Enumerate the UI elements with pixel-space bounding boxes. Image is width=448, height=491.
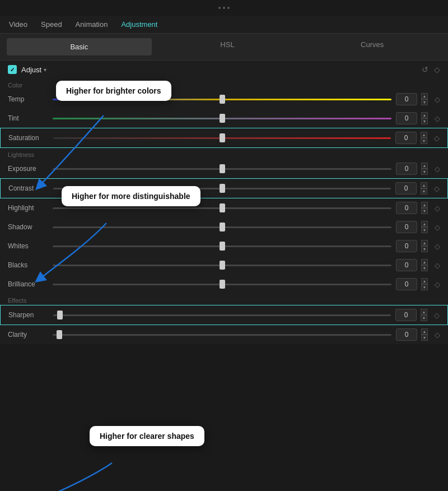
number-clarity[interactable]: 0 — [396, 328, 417, 341]
stepper-down-blacks[interactable]: ▼ — [421, 265, 428, 271]
stepper-down-shadow[interactable]: ▼ — [421, 227, 428, 233]
number-whites[interactable]: 0 — [396, 240, 417, 252]
slider-track-tint[interactable] — [53, 113, 391, 124]
stepper-brilliance[interactable]: ▲ ▼ — [421, 278, 428, 290]
slider-thumb-shadow[interactable] — [220, 223, 225, 231]
tab-adjustment[interactable]: Adjustment — [121, 19, 157, 30]
slider-track-clarity[interactable] — [53, 329, 391, 340]
diamond-header-icon[interactable]: ◇ — [434, 65, 440, 74]
slider-thumb-clarity[interactable] — [57, 330, 62, 339]
stepper-up-temp[interactable]: ▲ — [421, 93, 428, 99]
slider-thumb-highlight[interactable] — [220, 203, 225, 212]
slider-track-saturation[interactable] — [53, 132, 391, 143]
slider-thumb-contrast[interactable] — [220, 184, 225, 193]
stepper-up-highlight[interactable]: ▲ — [421, 202, 428, 208]
stepper-down-exposure[interactable]: ▼ — [421, 169, 428, 175]
slider-row-brilliance: Brilliance 0 ▲ ▼ ◇ — [0, 275, 448, 294]
stepper-down-highlight[interactable]: ▼ — [421, 208, 428, 214]
slider-thumb-brilliance[interactable] — [220, 280, 225, 289]
diamond-contrast[interactable]: ◇ — [434, 184, 440, 193]
stepper-clarity[interactable]: ▲ ▼ — [421, 328, 428, 341]
slider-thumb-blacks[interactable] — [220, 261, 225, 270]
subtab-hsl[interactable]: HSL — [155, 36, 300, 58]
stepper-up-sharpen[interactable]: ▲ — [421, 309, 427, 315]
top-dots — [218, 7, 230, 9]
stepper-down-clarity[interactable]: ▼ — [421, 335, 428, 341]
diamond-whites[interactable]: ◇ — [435, 242, 440, 251]
slider-track-sharpen[interactable] — [53, 309, 391, 321]
number-brilliance[interactable]: 0 — [396, 278, 417, 290]
diamond-saturation[interactable]: ◇ — [434, 134, 440, 142]
stepper-exposure[interactable]: ▲ ▼ — [421, 163, 428, 175]
diamond-exposure[interactable]: ◇ — [435, 165, 440, 173]
subtab-basic[interactable]: Basic — [7, 38, 152, 55]
slider-track-blacks[interactable] — [53, 260, 391, 271]
stepper-temp[interactable]: ▲ ▼ — [421, 93, 428, 105]
stepper-up-exposure[interactable]: ▲ — [421, 163, 428, 169]
diamond-highlight[interactable]: ◇ — [435, 204, 440, 212]
stepper-down-tint[interactable]: ▼ — [421, 118, 428, 124]
stepper-contrast[interactable]: ▲ ▼ — [421, 182, 427, 194]
reset-icon[interactable]: ↺ — [422, 65, 428, 74]
adjust-checkbox[interactable]: ✓ — [8, 65, 17, 74]
stepper-down-whites[interactable]: ▼ — [421, 246, 428, 252]
number-temp[interactable]: 0 — [396, 93, 417, 105]
number-exposure[interactable]: 0 — [396, 163, 417, 175]
slider-thumb-exposure[interactable] — [220, 164, 225, 173]
slider-thumb-whites[interactable] — [220, 242, 225, 251]
stepper-sharpen[interactable]: ▲ ▼ — [421, 309, 427, 321]
number-saturation[interactable]: 0 — [395, 132, 417, 144]
tab-bar: Video Speed Animation Adjustment — [0, 16, 448, 34]
stepper-down-saturation[interactable]: ▼ — [421, 138, 427, 144]
slider-thumb-saturation[interactable] — [220, 133, 225, 142]
slider-track-shadow[interactable] — [53, 221, 391, 233]
number-shadow[interactable]: 0 — [396, 221, 417, 233]
diamond-blacks[interactable]: ◇ — [435, 261, 440, 270]
slider-label-temp: Temp — [8, 95, 48, 103]
stepper-up-contrast[interactable]: ▲ — [421, 182, 427, 188]
diamond-tint[interactable]: ◇ — [435, 114, 440, 123]
number-contrast[interactable]: 0 — [395, 182, 417, 194]
diamond-shadow[interactable]: ◇ — [435, 223, 440, 231]
stepper-highlight[interactable]: ▲ ▼ — [421, 202, 428, 214]
slider-track-brilliance[interactable] — [53, 279, 391, 290]
diamond-brilliance[interactable]: ◇ — [435, 280, 440, 289]
stepper-up-shadow[interactable]: ▲ — [421, 221, 428, 227]
stepper-down-brilliance[interactable]: ▼ — [421, 284, 428, 290]
stepper-down-contrast[interactable]: ▼ — [421, 188, 427, 194]
stepper-tint[interactable]: ▲ ▼ — [421, 112, 428, 124]
stepper-up-blacks[interactable]: ▲ — [421, 259, 428, 265]
number-tint[interactable]: 0 — [396, 112, 417, 124]
stepper-up-whites[interactable]: ▲ — [421, 240, 428, 246]
slider-row-blacks: Blacks 0 ▲ ▼ ◇ — [0, 256, 448, 275]
tab-video[interactable]: Video — [9, 19, 27, 30]
adjust-dropdown-arrow[interactable]: ▾ — [44, 67, 46, 73]
slider-track-exposure[interactable] — [53, 163, 391, 174]
slider-thumb-sharpen[interactable] — [57, 311, 63, 319]
slider-row-exposure: Exposure 0 ▲ ▼ ◇ — [0, 159, 448, 178]
stepper-shadow[interactable]: ▲ ▼ — [421, 221, 428, 233]
subtab-curves[interactable]: Curves — [300, 36, 445, 58]
stepper-up-saturation[interactable]: ▲ — [421, 132, 427, 138]
stepper-blacks[interactable]: ▲ ▼ — [421, 259, 428, 271]
slider-thumb-temp[interactable] — [220, 95, 225, 104]
number-sharpen[interactable]: 0 — [395, 309, 417, 321]
slider-label-highlight: Highlight — [8, 204, 48, 212]
slider-track-whites[interactable] — [53, 240, 391, 252]
stepper-down-temp[interactable]: ▼ — [421, 99, 428, 105]
stepper-up-brilliance[interactable]: ▲ — [421, 278, 428, 284]
stepper-down-sharpen[interactable]: ▼ — [421, 315, 427, 321]
number-highlight[interactable]: 0 — [396, 202, 417, 214]
stepper-whites[interactable]: ▲ ▼ — [421, 240, 428, 252]
diamond-sharpen[interactable]: ◇ — [434, 311, 440, 319]
slider-label-clarity: Clarity — [8, 331, 48, 339]
number-blacks[interactable]: 0 — [396, 259, 417, 271]
stepper-up-clarity[interactable]: ▲ — [421, 328, 428, 335]
diamond-temp[interactable]: ◇ — [435, 95, 440, 104]
tab-animation[interactable]: Animation — [76, 19, 108, 30]
diamond-clarity[interactable]: ◇ — [435, 331, 440, 339]
stepper-saturation[interactable]: ▲ ▼ — [421, 132, 427, 144]
tab-speed[interactable]: Speed — [41, 19, 62, 30]
stepper-up-tint[interactable]: ▲ — [421, 112, 428, 118]
slider-thumb-tint[interactable] — [220, 114, 225, 123]
